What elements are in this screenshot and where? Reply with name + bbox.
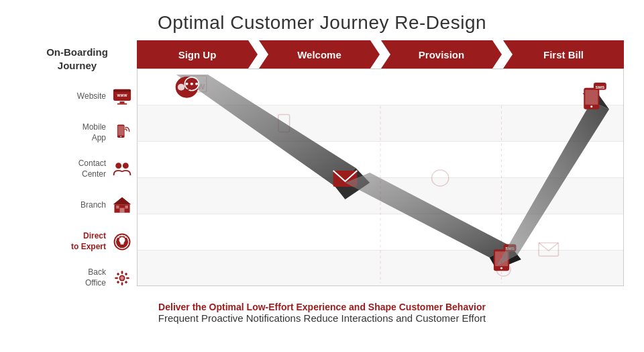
- svg-rect-27: [121, 282, 123, 285]
- svg-point-66: [195, 83, 198, 85]
- journey-label: On-BoardingJourney: [20, 40, 134, 77]
- svg-rect-26: [121, 271, 123, 273]
- expert-icon: [110, 230, 134, 254]
- channel-row-mobile: MobileApp: [20, 115, 134, 151]
- footer-line1: Deliver the Optimal Low-Effort Experienc…: [0, 302, 644, 312]
- svg-rect-20: [121, 244, 123, 245]
- channel-rows: Website WWW MobileApp: [20, 79, 134, 296]
- svg-rect-28: [115, 277, 117, 279]
- channel-row-expert: Directto Expert: [20, 224, 134, 260]
- channel-row-branch: Branch: [20, 187, 134, 224]
- journey-path-svg: WWW: [138, 69, 623, 285]
- svg-rect-15: [125, 206, 127, 208]
- svg-text:WWW: WWW: [117, 93, 127, 97]
- step-provision: Provision: [381, 40, 502, 69]
- channel-label-website: Website: [77, 91, 106, 102]
- svg-point-64: [185, 83, 188, 85]
- svg-marker-47: [345, 173, 511, 257]
- step-signup: Sign Up: [137, 40, 258, 69]
- svg-point-65: [191, 83, 193, 85]
- channel-label-contact: ContactCenter: [78, 159, 106, 179]
- svg-rect-14: [116, 206, 119, 208]
- svg-point-10: [123, 163, 129, 169]
- left-sidebar: On-BoardingJourney Website WWW: [20, 40, 134, 296]
- mobile-icon: [110, 121, 134, 145]
- chart-container: Sign Up Welcome Provision First Bill WWW: [137, 40, 624, 296]
- svg-point-18: [119, 237, 125, 243]
- branch-icon: [110, 193, 134, 218]
- channel-label-branch: Branch: [80, 200, 106, 211]
- svg-rect-13: [119, 208, 124, 213]
- svg-rect-32: [117, 281, 119, 283]
- page-title: Optimal Customer Journey Re-Design: [0, 0, 644, 40]
- footer-area: Deliver the Optimal Low-Effort Experienc…: [0, 302, 644, 324]
- channel-row-contact: ContactCenter: [20, 151, 134, 187]
- svg-marker-44: [176, 75, 356, 186]
- svg-rect-7: [118, 126, 124, 135]
- step-firstbill: First Bill: [503, 40, 624, 69]
- svg-rect-29: [126, 277, 129, 279]
- channel-label-expert: Directto Expert: [71, 231, 106, 252]
- svg-rect-57: [585, 90, 598, 105]
- footer-line2: Frequent Proactive Notifications Reduce …: [0, 312, 644, 324]
- svg-rect-2: [114, 89, 131, 92]
- svg-point-38: [432, 170, 449, 186]
- svg-point-58: [590, 105, 592, 107]
- svg-line-22: [125, 236, 125, 237]
- contact-center-icon: [110, 157, 134, 181]
- svg-rect-4: [119, 101, 124, 103]
- svg-rect-30: [117, 273, 119, 275]
- svg-rect-5: [117, 103, 127, 105]
- svg-marker-12: [113, 197, 131, 205]
- chart-grid: WWW: [137, 69, 624, 286]
- back-office-icon: [110, 266, 134, 290]
- svg-rect-31: [125, 273, 127, 275]
- svg-line-23: [118, 236, 119, 237]
- svg-point-8: [120, 136, 121, 137]
- svg-text:SMS: SMS: [596, 85, 605, 89]
- diagram-area: On-BoardingJourney Website WWW: [20, 40, 624, 296]
- svg-marker-54: [496, 101, 609, 266]
- channel-row-backoffice: BackOffice: [20, 260, 134, 296]
- svg-rect-33: [125, 281, 127, 283]
- header-arrows: Sign Up Welcome Provision First Bill: [137, 40, 624, 69]
- svg-point-9: [115, 163, 121, 169]
- svg-rect-19: [120, 243, 123, 244]
- channel-label-mobile: MobileApp: [83, 122, 106, 143]
- channel-row-website: Website WWW: [20, 79, 134, 115]
- website-icon: WWW: [110, 85, 134, 109]
- channel-label-backoffice: BackOffice: [85, 267, 106, 288]
- step-welcome: Welcome: [259, 40, 380, 69]
- svg-point-62: [178, 84, 184, 91]
- svg-point-25: [120, 276, 123, 279]
